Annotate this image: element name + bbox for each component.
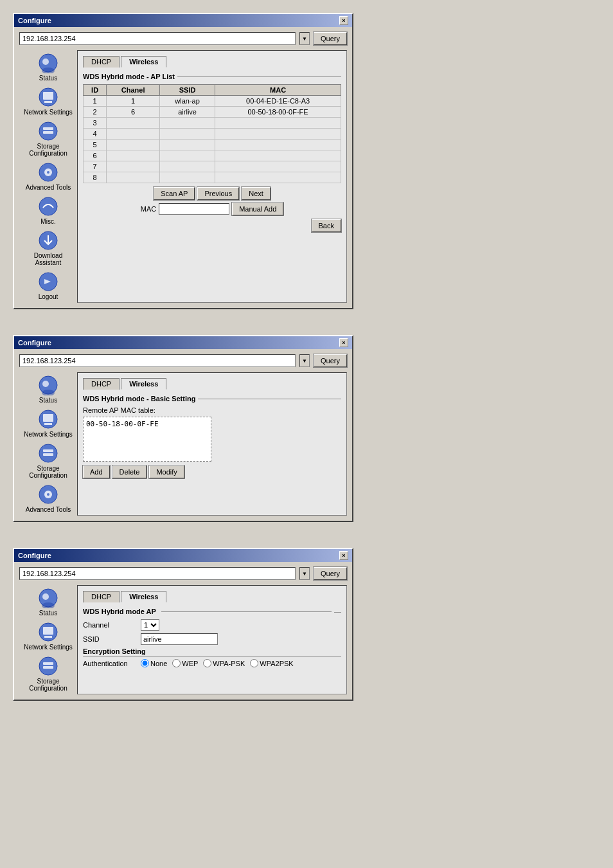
sidebar-label-advanced-2: Advanced Tools (26, 506, 71, 513)
sidebar-label-logout-1: Logout (39, 293, 58, 300)
tab-dhcp-2[interactable]: DHCP (83, 378, 120, 390)
address-input-3[interactable] (19, 567, 296, 580)
address-input-1[interactable] (19, 32, 296, 45)
content-area-2: Status Network Settings (19, 372, 347, 516)
tab-wireless-2[interactable]: Wireless (121, 378, 166, 390)
close-button-1[interactable]: × (339, 16, 348, 25)
sidebar-item-misc-1[interactable]: Misc. (19, 194, 77, 228)
svg-point-26 (47, 493, 49, 496)
window3: Configure × ▼ Query Status (13, 548, 353, 701)
auth-wpa2psk-radio[interactable] (250, 659, 258, 667)
close-button-2[interactable]: × (339, 338, 348, 347)
auth-wpapsk-label[interactable]: WPA-PSK (203, 659, 245, 667)
svg-point-1 (42, 59, 49, 65)
title-bar-1: Configure × (14, 14, 352, 27)
address-bar-1: ▼ Query (19, 32, 347, 45)
table-row: 6 (84, 150, 341, 161)
sidebar-item-advanced-1[interactable]: Advanced Tools (19, 159, 77, 194)
storage-icon-1 (38, 121, 58, 141)
logout-icon-1 (38, 271, 58, 292)
svg-rect-32 (44, 636, 52, 638)
next-button[interactable]: Next (242, 187, 271, 200)
sidebar-item-network-3[interactable]: Network Settings (19, 619, 77, 653)
manual-add-button[interactable]: Manual Add (232, 203, 283, 215)
sidebar-label-network-1: Network Settings (24, 109, 73, 116)
query-button-3[interactable]: Query (314, 567, 347, 580)
tab-wireless-3[interactable]: Wireless (121, 591, 166, 602)
sidebar-label-advanced-1: Advanced Tools (26, 184, 71, 191)
back-row-1: Back (83, 219, 341, 232)
address-dropdown-1[interactable]: ▼ (299, 32, 310, 45)
content-area-1: Status Network Settings (19, 50, 347, 303)
svg-rect-7 (43, 127, 53, 130)
section-dash-3: — (334, 608, 341, 615)
cell-id: 8 (84, 172, 107, 183)
address-dropdown-3[interactable]: ▼ (299, 567, 310, 580)
section-title-3: WDS Hybrid mode AP (83, 608, 159, 615)
sidebar-item-network-1[interactable]: Network Settings (19, 84, 77, 118)
cell-mac: 00-04-ED-1E-C8-A3 (215, 96, 341, 107)
cell-ssid (160, 161, 215, 172)
ssid-label: SSID (83, 635, 141, 643)
cell-ssid (160, 140, 215, 150)
sidebar-item-status-3[interactable]: Status (19, 585, 77, 619)
cell-channel (107, 140, 160, 150)
query-button-1[interactable]: Query (314, 32, 347, 45)
close-button-3[interactable]: × (339, 551, 348, 560)
address-dropdown-2[interactable]: ▼ (299, 354, 310, 367)
svg-rect-34 (43, 662, 53, 665)
mac-input-1[interactable] (159, 203, 229, 215)
sidebar-item-storage-3[interactable]: Storage Configuration (19, 653, 77, 694)
add-button[interactable]: Add (83, 466, 110, 478)
status-icon-2 (38, 375, 58, 395)
sidebar-label-status-2: Status (39, 397, 57, 404)
advanced-icon-2 (38, 484, 58, 505)
back-button-1[interactable]: Back (312, 219, 341, 232)
cell-ssid: airlive (160, 107, 215, 118)
cell-channel (107, 118, 160, 129)
ssid-input[interactable] (141, 633, 218, 645)
cell-id: 3 (84, 118, 107, 129)
tab-dhcp-1[interactable]: DHCP (83, 56, 120, 68)
cell-channel (107, 150, 160, 161)
window3-title: Configure (18, 552, 51, 559)
auth-wep-radio[interactable] (172, 659, 181, 667)
svg-rect-35 (43, 666, 53, 669)
sidebar-item-status-2[interactable]: Status (19, 372, 77, 406)
sidebar-item-storage-1[interactable]: Storage Configuration (19, 118, 77, 159)
sidebar-item-download-1[interactable]: Download Assistant (19, 228, 77, 269)
sidebar-item-status-1[interactable]: Status (19, 50, 77, 84)
query-button-2[interactable]: Query (314, 354, 347, 367)
sidebar-item-storage-2[interactable]: Storage Configuration (19, 440, 77, 482)
tab-dhcp-3[interactable]: DHCP (83, 591, 120, 602)
auth-none-radio[interactable] (141, 659, 149, 667)
cell-mac (215, 161, 341, 172)
svg-rect-8 (43, 131, 53, 134)
cell-mac (215, 129, 341, 140)
address-input-2[interactable] (19, 354, 296, 367)
cell-channel: 6 (107, 107, 160, 118)
previous-button[interactable]: Previous (197, 187, 239, 200)
auth-wep-label[interactable]: WEP (172, 659, 198, 667)
sidebar-item-logout-1[interactable]: Logout (19, 269, 77, 303)
auth-radio-group: None WEP WPA-PSK (141, 659, 294, 667)
delete-button[interactable]: Delete (112, 466, 147, 478)
svg-rect-5 (44, 101, 52, 103)
scan-ap-button[interactable]: Scan AP (154, 187, 195, 200)
sidebar-item-network-2[interactable]: Network Settings (19, 406, 77, 440)
auth-row: Authentication None WEP (83, 659, 341, 667)
section-rule-1 (177, 77, 341, 77)
auth-none-label[interactable]: None (141, 659, 167, 667)
svg-point-16 (42, 381, 49, 387)
channel-select[interactable]: 1 2 3 4 5 6 (141, 619, 159, 631)
misc-icon-1 (38, 196, 58, 217)
sidebar-item-advanced-2[interactable]: Advanced Tools (19, 482, 77, 516)
modify-button[interactable]: Modify (149, 466, 184, 478)
mac-entry: 00-50-18-00-0F-FE (86, 420, 208, 428)
col-channel: Chanel (107, 85, 160, 96)
auth-wpapsk-radio[interactable] (203, 659, 211, 667)
tab-wireless-1[interactable]: Wireless (121, 56, 166, 68)
storage-icon-3 (38, 656, 58, 676)
auth-label: Authentication (83, 660, 141, 667)
auth-wpa2psk-label[interactable]: WPA2PSK (250, 659, 293, 667)
